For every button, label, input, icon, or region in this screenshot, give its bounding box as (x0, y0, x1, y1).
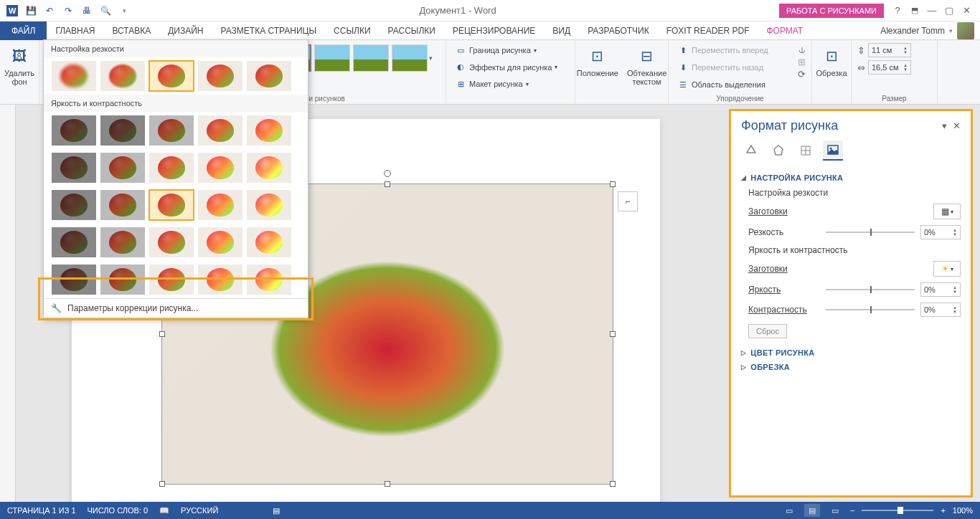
minimize-button[interactable]: — (925, 4, 938, 17)
position-button[interactable]: ⊡ Положение (574, 43, 621, 87)
align-icon[interactable]: ⫝ (798, 44, 807, 55)
sharpness-preset[interactable] (197, 60, 243, 92)
close-button[interactable]: ✕ (960, 4, 973, 17)
brightness-value-input[interactable]: 0%▲▼ (920, 282, 961, 297)
macro-icon[interactable]: ▤ (273, 506, 280, 515)
tab-insert[interactable]: ВСТАВКА (103, 22, 159, 40)
width-input[interactable]: 16,5 см▲▼ (868, 60, 911, 75)
remove-background-button[interactable]: 🖼 Удалить фон (1, 43, 37, 87)
brightness-preset[interactable] (197, 227, 243, 258)
brightness-preset[interactable] (100, 115, 146, 146)
brightness-preset[interactable] (246, 152, 292, 184)
view-read-button[interactable]: ▭ (781, 504, 797, 517)
brightness-preset[interactable] (197, 264, 243, 295)
reset-button[interactable]: Сброс (748, 324, 787, 338)
print-button[interactable]: 🖶 (79, 3, 95, 19)
ribbon-options-button[interactable]: ⬒ (908, 4, 921, 17)
sharpness-presets-button[interactable]: ▦▾ (933, 204, 961, 219)
brightness-preset[interactable] (246, 189, 292, 221)
zoom-icon[interactable]: 🔍 (98, 3, 113, 19)
brightness-preset[interactable] (149, 227, 194, 258)
crop-button[interactable]: ⊡ Обрезка (813, 43, 849, 79)
pane-tab-layout[interactable] (796, 141, 816, 161)
page-status[interactable]: СТРАНИЦА 1 ИЗ 1 (7, 506, 76, 515)
redo-button[interactable]: ↷ (60, 3, 76, 19)
language-status[interactable]: РУССКИЙ (181, 506, 218, 515)
tab-format[interactable]: ФОРМАТ (758, 22, 811, 40)
brightness-preset-selected[interactable] (149, 189, 194, 221)
selection-pane-button[interactable]: ☰Область выделения (674, 77, 768, 92)
brightness-preset[interactable] (51, 189, 97, 221)
zoom-slider[interactable] (862, 510, 933, 511)
save-button[interactable]: 💾 (23, 3, 39, 19)
tab-layout[interactable]: РАЗМЕТКА СТРАНИЦЫ (212, 22, 326, 40)
picture-style[interactable] (392, 44, 428, 72)
view-web-button[interactable]: ▭ (827, 504, 843, 517)
pane-tab-picture[interactable] (823, 141, 843, 161)
brightness-preset[interactable] (246, 115, 292, 146)
sharpness-preset[interactable] (51, 60, 97, 92)
brightness-preset[interactable] (51, 115, 97, 146)
tab-foxit[interactable]: FOXIT READER PDF (658, 22, 758, 40)
words-status[interactable]: ЧИСЛО СЛОВ: 0 (88, 506, 149, 515)
brightness-preset[interactable] (197, 189, 243, 221)
picture-border-button[interactable]: ▭Граница рисунка▾ (452, 43, 540, 57)
brightness-slider[interactable] (826, 289, 915, 290)
maximize-button[interactable]: ▢ (943, 4, 956, 17)
user-area[interactable]: Alexander Tomm ▾ (880, 22, 980, 39)
proofing-icon[interactable]: 📖 (159, 506, 169, 515)
sharpness-value-input[interactable]: 0%▲▼ (920, 225, 961, 239)
sharpness-preset[interactable] (246, 60, 292, 92)
brightness-preset[interactable] (100, 227, 146, 258)
brightness-preset[interactable] (100, 152, 146, 184)
picture-color-section[interactable]: ▷ЦВЕТ РИСУНКА (741, 346, 961, 360)
tab-references[interactable]: ССЫЛКИ (325, 22, 379, 40)
bring-forward-button[interactable]: ⬆Переместить вперед (674, 43, 771, 57)
crop-section[interactable]: ▷ОБРЕЗКА (741, 360, 961, 374)
tab-mailings[interactable]: РАССЫЛКИ (380, 22, 444, 40)
height-input[interactable]: 11 см▲▼ (868, 43, 911, 57)
picture-corrections-section[interactable]: ◢НАСТРОЙКА РИСУНКА (741, 171, 961, 185)
sharpness-preset[interactable] (100, 60, 146, 92)
corrections-options-item[interactable]: 🔧 Параметры коррекции рисунка... (44, 298, 308, 318)
qat-customize[interactable]: ▾ (116, 3, 132, 19)
rotate-icon[interactable]: ⟳ (798, 69, 807, 80)
brightness-preset[interactable] (246, 264, 292, 295)
picture-style[interactable] (353, 44, 389, 72)
file-tab[interactable]: ФАЙЛ (0, 22, 47, 40)
rotate-handle[interactable] (384, 170, 391, 177)
tab-review[interactable]: РЕЦЕНЗИРОВАНИЕ (444, 22, 544, 40)
brightness-preset[interactable] (51, 264, 97, 295)
brightness-preset[interactable] (149, 115, 194, 146)
tab-home[interactable]: ГЛАВНАЯ (47, 22, 103, 40)
styles-more-button[interactable]: ▾ (429, 43, 440, 73)
pane-close-button[interactable]: ✕ (953, 120, 961, 131)
brightness-preset[interactable] (246, 227, 292, 258)
tab-developer[interactable]: РАЗРАБОТЧИК (579, 22, 658, 40)
pane-menu-button[interactable]: ▾ (942, 120, 947, 131)
pane-tab-effects[interactable] (768, 141, 788, 161)
brightness-presets-button[interactable]: ☀▾ (933, 261, 961, 277)
sharpness-slider[interactable] (826, 232, 915, 233)
contrast-value-input[interactable]: 0%▲▼ (920, 303, 961, 317)
brightness-preset[interactable] (197, 115, 243, 146)
wrap-text-button[interactable]: ⊟ Обтекание текстом (624, 43, 669, 87)
brightness-preset[interactable] (100, 189, 146, 221)
send-backward-button[interactable]: ⬇Переместить назад (674, 60, 766, 75)
brightness-preset[interactable] (149, 152, 194, 184)
picture-effects-button[interactable]: ◐Эффекты для рисунка▾ (452, 60, 560, 75)
zoom-level[interactable]: 100% (953, 506, 973, 515)
zoom-in-button[interactable]: + (941, 506, 945, 515)
zoom-out-button[interactable]: − (850, 506, 854, 515)
brightness-preset[interactable] (51, 227, 97, 258)
help-button[interactable]: ? (891, 4, 904, 17)
picture-layout-button[interactable]: ⊞Макет рисунка▾ (452, 77, 532, 91)
contrast-slider[interactable] (826, 309, 915, 310)
layout-options-button[interactable]: ⌐ (618, 191, 638, 211)
tab-design[interactable]: ДИЗАЙН (159, 22, 212, 40)
pane-tab-fill[interactable] (741, 141, 761, 161)
brightness-preset[interactable] (197, 152, 243, 184)
brightness-preset[interactable] (149, 264, 194, 295)
view-print-button[interactable]: ▤ (804, 504, 820, 517)
brightness-preset[interactable] (100, 264, 146, 295)
